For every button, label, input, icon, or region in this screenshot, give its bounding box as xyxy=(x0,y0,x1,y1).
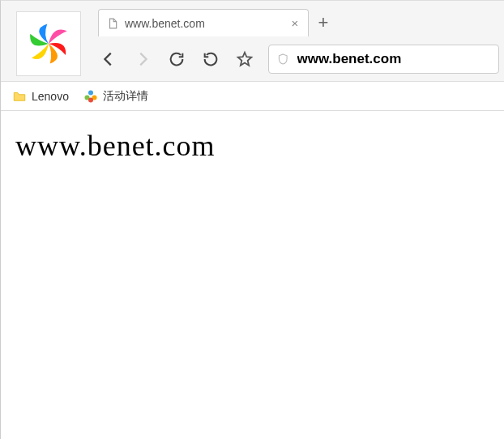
bookmark-lenovo[interactable]: Lenovo xyxy=(12,89,69,104)
browser-tab[interactable]: www.benet.com × xyxy=(98,9,309,36)
tab-title: www.benet.com xyxy=(125,17,290,30)
bookmark-activity-details[interactable]: 活动详情 xyxy=(83,89,148,104)
shield-icon xyxy=(277,53,289,66)
folder-icon xyxy=(12,89,27,104)
star-icon xyxy=(236,50,254,68)
new-tab-button[interactable]: + xyxy=(309,9,338,36)
file-icon xyxy=(107,18,118,29)
bookmark-label: 活动详情 xyxy=(103,89,148,104)
back-button[interactable] xyxy=(98,49,119,70)
forward-button[interactable] xyxy=(132,49,153,70)
page-heading: www.benet.com xyxy=(15,129,489,163)
puzzle-icon xyxy=(83,89,98,104)
tab-close-button[interactable]: × xyxy=(290,19,300,28)
undo-button[interactable] xyxy=(200,49,221,70)
browser-logo[interactable] xyxy=(16,11,81,76)
chevron-right-icon xyxy=(134,50,152,68)
chevron-left-icon xyxy=(100,50,117,68)
page-content: www.benet.com xyxy=(1,111,504,181)
svg-point-3 xyxy=(88,97,93,102)
svg-point-0 xyxy=(88,90,93,95)
url-input[interactable] xyxy=(297,51,490,67)
favorite-button[interactable] xyxy=(234,49,255,70)
reload-button[interactable] xyxy=(166,49,187,70)
address-bar[interactable] xyxy=(268,45,499,74)
bookmarks-bar: Lenovo 活动详情 xyxy=(1,82,504,111)
bookmark-label: Lenovo xyxy=(32,90,69,103)
pinwheel-icon xyxy=(26,21,71,66)
reload-icon xyxy=(168,50,186,68)
undo-icon xyxy=(202,50,220,68)
